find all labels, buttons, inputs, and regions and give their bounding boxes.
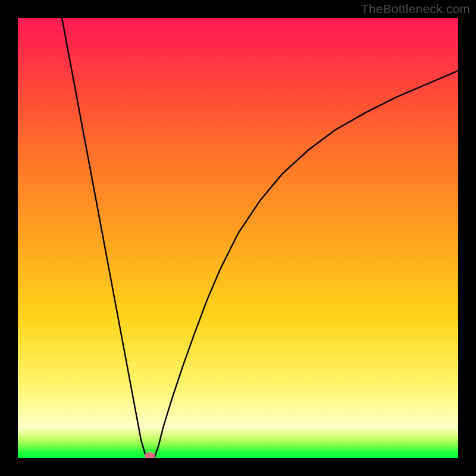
watermark-text: TheBottleneck.com [361, 2, 470, 16]
min-marker-dot [145, 452, 155, 458]
chart-frame: TheBottleneck.com [0, 0, 476, 476]
curve-right-branch [154, 71, 458, 458]
plot-area [18, 18, 458, 458]
chart-svg [18, 18, 458, 458]
curve-left-branch [62, 18, 146, 458]
